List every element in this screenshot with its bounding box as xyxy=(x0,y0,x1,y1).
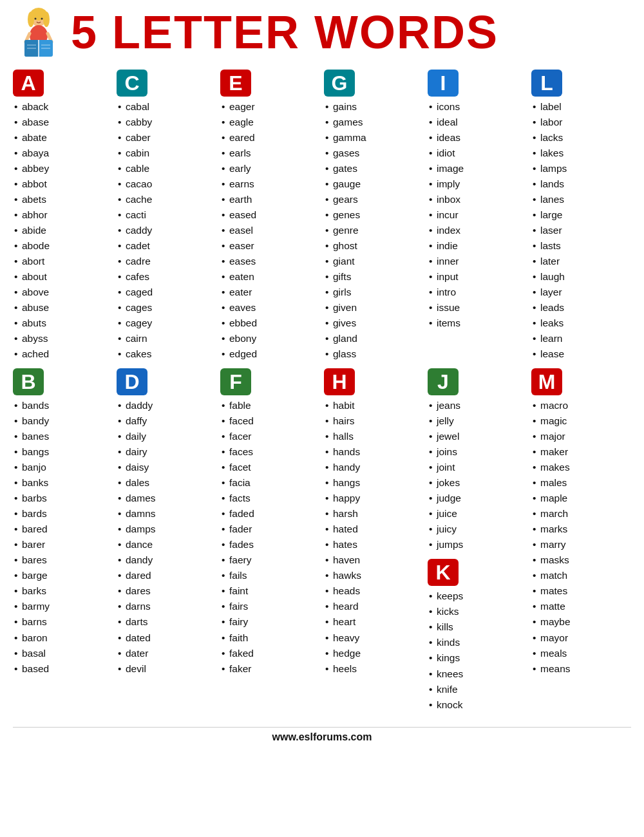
word-item: lakes xyxy=(531,146,631,161)
word-item: faith xyxy=(220,630,320,646)
word-item: facts xyxy=(220,491,320,506)
word-item: mates xyxy=(531,583,631,599)
word-item: eager xyxy=(220,99,320,115)
word-list-i: iconsidealideasidiotimageimplyinboxincur… xyxy=(428,99,527,331)
word-item: eagle xyxy=(220,115,320,130)
column-m: Mmacromagicmajormakermakesmalesmaplemarc… xyxy=(531,368,631,719)
word-item: kings xyxy=(428,650,527,666)
word-item: hedge xyxy=(324,646,424,661)
column-d: Ddaddydaffydailydairydaisydalesdamesdamn… xyxy=(117,368,216,719)
word-item: abets xyxy=(13,192,113,207)
word-item: banes xyxy=(13,429,113,444)
word-item: lands xyxy=(531,176,631,192)
word-list-c: cabalcabbycabercabincablecacaocachecacti… xyxy=(117,99,216,362)
word-item: easel xyxy=(220,223,320,238)
word-item: items xyxy=(428,315,527,331)
content-area: Aabackabaseabateabayaabbeyabbotabetsabho… xyxy=(13,70,631,743)
word-item: cabal xyxy=(117,99,216,115)
word-item: earth xyxy=(220,192,320,207)
word-item: banjo xyxy=(13,460,113,475)
word-item: imply xyxy=(428,176,527,192)
word-item: faces xyxy=(220,444,320,460)
header-icon xyxy=(13,6,64,58)
word-item: maker xyxy=(531,444,631,460)
word-item: labor xyxy=(531,115,631,130)
word-item: abide xyxy=(13,223,113,238)
word-list-h: habithairshallshandshandyhangshappyharsh… xyxy=(324,398,424,676)
word-item: index xyxy=(428,223,527,238)
word-item: lease xyxy=(531,346,631,362)
word-item: cairn xyxy=(117,331,216,346)
word-item: laser xyxy=(531,223,631,238)
word-item: banks xyxy=(13,475,113,491)
word-item: dated xyxy=(117,630,216,646)
word-item: earls xyxy=(220,146,320,161)
word-item: heard xyxy=(324,599,424,614)
letter-badge-l: L xyxy=(531,70,562,97)
word-item: indie xyxy=(428,238,527,254)
letter-badge-k: K xyxy=(428,559,459,586)
word-list-b: bandsbandybanesbangsbanjobanksbarbsbards… xyxy=(13,398,113,676)
word-item: basal xyxy=(13,646,113,661)
word-item: devil xyxy=(117,661,216,677)
word-item: facia xyxy=(220,475,320,491)
word-item: ideas xyxy=(428,130,527,146)
word-item: dares xyxy=(117,583,216,599)
word-item: heels xyxy=(324,661,424,677)
word-item: knees xyxy=(428,666,527,682)
word-item: abort xyxy=(13,254,113,269)
word-item: cakes xyxy=(117,346,216,362)
word-item: marry xyxy=(531,537,631,552)
word-item: barbs xyxy=(13,491,113,506)
word-item: issue xyxy=(428,300,527,315)
word-list-k: keepskickskillskindskingskneesknifeknock xyxy=(428,588,527,712)
word-item: fairy xyxy=(220,614,320,630)
word-item: daddy xyxy=(117,398,216,413)
word-item: cadet xyxy=(117,238,216,254)
word-item: barmy xyxy=(13,599,113,614)
word-item: dairy xyxy=(117,444,216,460)
column-l: Llabellaborlackslakeslampslandslaneslarg… xyxy=(531,70,631,368)
word-item: input xyxy=(428,269,527,285)
word-item: heavy xyxy=(324,630,424,646)
word-item: gifts xyxy=(324,269,424,285)
word-item: inner xyxy=(428,254,527,269)
word-item: mayor xyxy=(531,630,631,646)
word-item: knock xyxy=(428,697,527,713)
word-item: abode xyxy=(13,238,113,254)
word-item: easer xyxy=(220,238,320,254)
word-item: bands xyxy=(13,398,113,413)
word-item: label xyxy=(531,99,631,115)
word-item: dared xyxy=(117,568,216,583)
word-list-a: abackabaseabateabayaabbeyabbotabetsabhor… xyxy=(13,99,113,362)
word-item: bards xyxy=(13,506,113,522)
word-item: abbot xyxy=(13,176,113,192)
word-item: meals xyxy=(531,646,631,661)
word-item: kills xyxy=(428,619,527,635)
word-item: earns xyxy=(220,176,320,192)
word-item: juice xyxy=(428,506,527,522)
word-item: gains xyxy=(324,99,424,115)
word-item: faced xyxy=(220,413,320,429)
word-item: barge xyxy=(13,568,113,583)
word-item: abate xyxy=(13,130,113,146)
word-item: darts xyxy=(117,614,216,630)
svg-point-5 xyxy=(41,18,43,20)
word-item: masks xyxy=(531,552,631,568)
word-item: cabin xyxy=(117,146,216,161)
column-g: Ggainsgamesgammagasesgatesgaugegearsgene… xyxy=(324,70,424,368)
svg-point-3 xyxy=(43,12,50,27)
word-item: daffy xyxy=(117,413,216,429)
word-list-g: gainsgamesgammagasesgatesgaugegearsgenes… xyxy=(324,99,424,362)
column-i: Iiconsidealideasidiotimageimplyinboxincu… xyxy=(428,70,527,368)
word-item: abhor xyxy=(13,207,113,223)
letter-badge-a: A xyxy=(13,70,44,97)
word-item: faked xyxy=(220,646,320,661)
word-list-e: eagereagleearedearlsearlyearnseartheased… xyxy=(220,99,320,362)
word-item: jumps xyxy=(428,537,527,552)
letter-badge-i: I xyxy=(428,70,459,97)
word-item: heads xyxy=(324,583,424,599)
letter-badge-c: C xyxy=(117,70,147,97)
letter-badge-m: M xyxy=(531,368,562,395)
word-item: hangs xyxy=(324,475,424,491)
